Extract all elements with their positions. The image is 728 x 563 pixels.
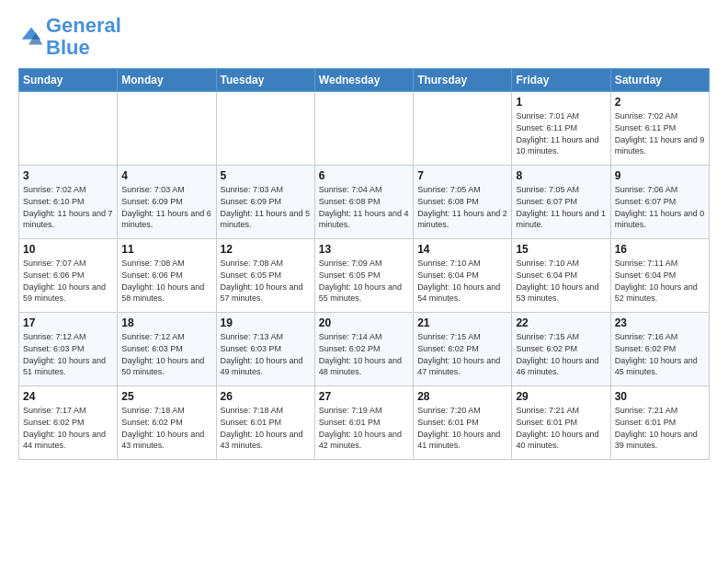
day-number: 18 [121,316,211,329]
day-number: 27 [319,390,409,403]
day-info: Sunrise: 7:03 AM Sunset: 6:09 PM Dayligh… [221,184,311,230]
week-row-3: 10Sunrise: 7:07 AM Sunset: 6:06 PM Dayli… [19,239,710,313]
calendar-table: SundayMondayTuesdayWednesdayThursdayFrid… [18,68,710,460]
day-number: 1 [516,96,606,109]
day-info: Sunrise: 7:21 AM Sunset: 6:01 PM Dayligh… [615,405,705,451]
day-info: Sunrise: 7:19 AM Sunset: 6:01 PM Dayligh… [319,405,409,451]
day-cell: 6Sunrise: 7:04 AM Sunset: 6:08 PM Daylig… [314,166,413,239]
day-cell: 23Sunrise: 7:16 AM Sunset: 6:02 PM Dayli… [610,313,709,386]
day-info: Sunrise: 7:01 AM Sunset: 6:11 PM Dayligh… [516,110,606,156]
day-info: Sunrise: 7:18 AM Sunset: 6:01 PM Dayligh… [221,405,311,451]
calendar-header: SundayMondayTuesdayWednesdayThursdayFrid… [19,69,710,92]
day-cell: 29Sunrise: 7:21 AM Sunset: 6:01 PM Dayli… [512,386,610,460]
week-row-4: 17Sunrise: 7:12 AM Sunset: 6:03 PM Dayli… [19,313,710,386]
day-info: Sunrise: 7:17 AM Sunset: 6:02 PM Dayligh… [23,405,113,451]
day-cell: 17Sunrise: 7:12 AM Sunset: 6:03 PM Dayli… [19,313,118,386]
day-cell: 27Sunrise: 7:19 AM Sunset: 6:01 PM Dayli… [314,386,413,460]
day-number: 25 [121,390,211,403]
header-cell-sunday: Sunday [19,69,118,92]
header-cell-friday: Friday [512,69,610,92]
day-info: Sunrise: 7:12 AM Sunset: 6:03 PM Dayligh… [121,331,211,377]
day-number: 14 [417,243,507,256]
header-row: SundayMondayTuesdayWednesdayThursdayFrid… [19,69,710,92]
day-info: Sunrise: 7:06 AM Sunset: 6:07 PM Dayligh… [615,184,705,230]
day-number: 26 [221,390,311,403]
day-cell: 18Sunrise: 7:12 AM Sunset: 6:03 PM Dayli… [118,313,216,386]
day-number: 13 [319,243,409,256]
day-number: 12 [221,243,311,256]
day-number: 4 [121,169,211,182]
day-number: 28 [417,390,507,403]
header-cell-saturday: Saturday [610,69,709,92]
day-info: Sunrise: 7:02 AM Sunset: 6:10 PM Dayligh… [23,184,113,230]
day-number: 16 [615,243,705,256]
day-cell: 9Sunrise: 7:06 AM Sunset: 6:07 PM Daylig… [610,166,709,239]
day-number: 19 [221,316,311,329]
day-number: 11 [121,243,211,256]
header-cell-monday: Monday [118,69,216,92]
day-info: Sunrise: 7:03 AM Sunset: 6:09 PM Dayligh… [121,184,211,230]
day-cell: 10Sunrise: 7:07 AM Sunset: 6:06 PM Dayli… [19,239,118,313]
day-cell: 11Sunrise: 7:08 AM Sunset: 6:06 PM Dayli… [118,239,216,313]
day-cell: 22Sunrise: 7:15 AM Sunset: 6:02 PM Dayli… [512,313,610,386]
day-info: Sunrise: 7:10 AM Sunset: 6:04 PM Dayligh… [417,258,507,304]
day-cell: 24Sunrise: 7:17 AM Sunset: 6:02 PM Dayli… [19,386,118,460]
day-info: Sunrise: 7:15 AM Sunset: 6:02 PM Dayligh… [516,331,606,377]
day-number: 5 [221,169,311,182]
day-info: Sunrise: 7:02 AM Sunset: 6:11 PM Dayligh… [615,110,705,156]
day-number: 21 [417,316,507,329]
day-number: 30 [615,390,705,403]
day-number: 22 [516,316,606,329]
day-info: Sunrise: 7:13 AM Sunset: 6:03 PM Dayligh… [221,331,311,377]
page: General Blue SundayMondayTuesdayWednesda… [0,0,728,469]
day-cell: 7Sunrise: 7:05 AM Sunset: 6:08 PM Daylig… [414,166,512,239]
day-info: Sunrise: 7:05 AM Sunset: 6:07 PM Dayligh… [516,184,606,230]
day-number: 2 [615,96,705,109]
day-info: Sunrise: 7:05 AM Sunset: 6:08 PM Dayligh… [417,184,507,230]
header: General Blue [18,15,710,59]
day-cell: 30Sunrise: 7:21 AM Sunset: 6:01 PM Dayli… [610,386,709,460]
day-info: Sunrise: 7:08 AM Sunset: 6:06 PM Dayligh… [121,258,211,304]
day-info: Sunrise: 7:07 AM Sunset: 6:06 PM Dayligh… [23,258,113,304]
day-cell [314,92,413,166]
day-cell: 16Sunrise: 7:11 AM Sunset: 6:04 PM Dayli… [610,239,709,313]
day-cell [19,92,118,166]
day-info: Sunrise: 7:11 AM Sunset: 6:04 PM Dayligh… [615,258,705,304]
day-info: Sunrise: 7:18 AM Sunset: 6:02 PM Dayligh… [121,405,211,451]
day-number: 23 [615,316,705,329]
day-info: Sunrise: 7:15 AM Sunset: 6:02 PM Dayligh… [417,331,507,377]
day-cell: 5Sunrise: 7:03 AM Sunset: 6:09 PM Daylig… [216,166,314,239]
day-cell [118,92,216,166]
day-number: 9 [615,169,705,182]
week-row-1: 1Sunrise: 7:01 AM Sunset: 6:11 PM Daylig… [19,92,710,166]
day-cell: 2Sunrise: 7:02 AM Sunset: 6:11 PM Daylig… [610,92,709,166]
day-info: Sunrise: 7:09 AM Sunset: 6:05 PM Dayligh… [319,258,409,304]
day-info: Sunrise: 7:10 AM Sunset: 6:04 PM Dayligh… [516,258,606,304]
day-cell: 13Sunrise: 7:09 AM Sunset: 6:05 PM Dayli… [314,239,413,313]
day-cell: 19Sunrise: 7:13 AM Sunset: 6:03 PM Dayli… [216,313,314,386]
day-number: 3 [23,169,113,182]
day-cell: 21Sunrise: 7:15 AM Sunset: 6:02 PM Dayli… [414,313,512,386]
header-cell-tuesday: Tuesday [216,69,314,92]
day-number: 29 [516,390,606,403]
day-number: 17 [23,316,113,329]
day-cell: 28Sunrise: 7:20 AM Sunset: 6:01 PM Dayli… [414,386,512,460]
day-number: 20 [319,316,409,329]
logo-icon [18,24,44,50]
week-row-2: 3Sunrise: 7:02 AM Sunset: 6:10 PM Daylig… [19,166,710,239]
day-number: 10 [23,243,113,256]
day-number: 8 [516,169,606,182]
calendar-body: 1Sunrise: 7:01 AM Sunset: 6:11 PM Daylig… [19,92,710,460]
day-cell: 3Sunrise: 7:02 AM Sunset: 6:10 PM Daylig… [19,166,118,239]
day-cell: 8Sunrise: 7:05 AM Sunset: 6:07 PM Daylig… [512,166,610,239]
day-cell [216,92,314,166]
day-info: Sunrise: 7:21 AM Sunset: 6:01 PM Dayligh… [516,405,606,451]
day-info: Sunrise: 7:20 AM Sunset: 6:01 PM Dayligh… [417,405,507,451]
day-number: 15 [516,243,606,256]
day-cell: 14Sunrise: 7:10 AM Sunset: 6:04 PM Dayli… [414,239,512,313]
day-cell: 20Sunrise: 7:14 AM Sunset: 6:02 PM Dayli… [314,313,413,386]
day-number: 24 [23,390,113,403]
day-info: Sunrise: 7:12 AM Sunset: 6:03 PM Dayligh… [23,331,113,377]
header-cell-thursday: Thursday [414,69,512,92]
day-info: Sunrise: 7:14 AM Sunset: 6:02 PM Dayligh… [319,331,409,377]
